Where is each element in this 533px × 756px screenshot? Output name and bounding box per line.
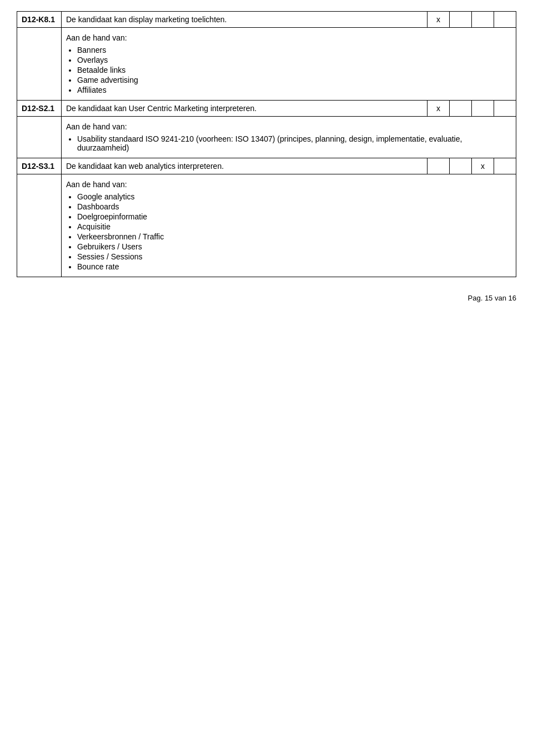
row-x4-0 — [494, 12, 516, 28]
list-item-0-4: Affiliates — [77, 86, 511, 94]
aan-de-hand-label-0: Aan de hand van: — [66, 33, 511, 42]
row-detail-content-1: Aan de hand van:Usability standaard ISO … — [62, 117, 516, 158]
row-id-1: D12-S2.1 — [17, 101, 62, 117]
row-x1-1: x — [428, 101, 450, 117]
row-detail-empty-2 — [17, 174, 62, 277]
row-x4-1 — [494, 101, 516, 117]
list-item-2-0: Google analytics — [77, 192, 511, 201]
detail-list-1: Usability standaard ISO 9241-210 (voorhe… — [77, 134, 511, 152]
row-x3-1 — [472, 101, 494, 117]
row-id-2: D12-S3.1 — [17, 158, 62, 174]
row-x2-1 — [450, 101, 472, 117]
row-x1-2 — [428, 158, 450, 174]
main-table: D12-K8.1De kandidaat kan display marketi… — [17, 11, 516, 277]
table-row-title-0: D12-K8.1De kandidaat kan display marketi… — [17, 12, 516, 28]
row-title-0: De kandidaat kan display marketing toeli… — [62, 12, 428, 28]
list-item-2-2: Doelgroepinformatie — [77, 212, 511, 221]
page-wrapper: D12-K8.1De kandidaat kan display marketi… — [17, 11, 516, 302]
row-detail-content-2: Aan de hand van:Google analyticsDashboar… — [62, 174, 516, 277]
row-title-1: De kandidaat kan User Centric Marketing … — [62, 101, 428, 117]
row-detail-content-0: Aan de hand van:BannersOverlaysBetaalde … — [62, 28, 516, 101]
row-x3-2: x — [472, 158, 494, 174]
list-item-0-0: Banners — [77, 46, 511, 54]
list-item-0-3: Game advertising — [77, 76, 511, 84]
row-x4-2 — [494, 158, 516, 174]
table-row-detail-1: Aan de hand van:Usability standaard ISO … — [17, 117, 516, 158]
list-item-1-0: Usability standaard ISO 9241-210 (voorhe… — [77, 134, 511, 152]
footer-text: Pag. 15 van 16 — [468, 294, 516, 302]
list-item-0-1: Overlays — [77, 56, 511, 64]
list-item-2-4: Verkeersbronnen / Traffic — [77, 232, 511, 241]
row-title-2: De kandidaat kan web analytics interpret… — [62, 158, 428, 174]
list-item-2-7: Bounce rate — [77, 262, 511, 271]
aan-de-hand-label-2: Aan de hand van: — [66, 180, 511, 189]
list-item-2-1: Dashboards — [77, 202, 511, 211]
list-item-0-2: Betaalde links — [77, 66, 511, 74]
list-item-2-6: Sessies / Sessions — [77, 252, 511, 261]
list-item-2-5: Gebruikers / Users — [77, 242, 511, 251]
row-x3-0 — [472, 12, 494, 28]
row-x2-0 — [450, 12, 472, 28]
table-row-detail-2: Aan de hand van:Google analyticsDashboar… — [17, 174, 516, 277]
table-row-title-2: D12-S3.1De kandidaat kan web analytics i… — [17, 158, 516, 174]
detail-list-0: BannersOverlaysBetaalde linksGame advert… — [77, 46, 511, 94]
list-item-2-3: Acquisitie — [77, 222, 511, 231]
row-detail-empty-1 — [17, 117, 62, 158]
detail-list-2: Google analyticsDashboardsDoelgroepinfor… — [77, 192, 511, 271]
table-row-title-1: D12-S2.1De kandidaat kan User Centric Ma… — [17, 101, 516, 117]
row-detail-empty-0 — [17, 28, 62, 101]
row-id-0: D12-K8.1 — [17, 12, 62, 28]
page-footer: Pag. 15 van 16 — [17, 294, 516, 302]
row-x1-0: x — [428, 12, 450, 28]
aan-de-hand-label-1: Aan de hand van: — [66, 122, 511, 131]
table-row-detail-0: Aan de hand van:BannersOverlaysBetaalde … — [17, 28, 516, 101]
row-x2-2 — [450, 158, 472, 174]
